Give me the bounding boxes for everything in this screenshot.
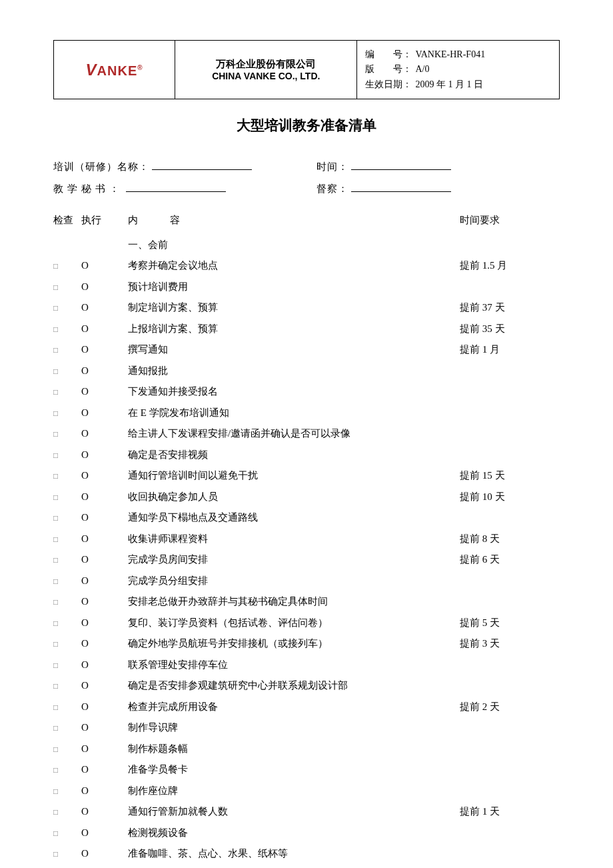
exec-mark: O [81, 277, 115, 298]
effective-value: 2009 年 1 月 1 日 [415, 77, 483, 92]
checkbox-icon[interactable]: □ [53, 657, 81, 674]
checkbox-icon[interactable]: □ [53, 678, 81, 695]
checkbox-icon[interactable]: □ [53, 531, 81, 548]
row-content: 确定是否安排参观建筑研究中心并联系规划设计部 [115, 675, 460, 697]
exec-mark: O [81, 633, 115, 655]
exec-mark: O [81, 487, 115, 508]
check-row: □O通知行管新加就餐人数提前 1 天 [53, 801, 560, 823]
checkbox-icon[interactable]: □ [53, 426, 81, 443]
checklist: □O考察并确定会议地点提前 1.5 月□O预计培训费用□O制定培训方案、预算提前… [53, 255, 560, 865]
check-row: □O完成学员分组安排 [53, 571, 560, 592]
exec-mark: O [81, 255, 115, 277]
checkbox-icon[interactable]: □ [53, 342, 81, 359]
check-row: □O在 E 学院发布培训通知 [53, 403, 560, 424]
check-row: □O下发通知并接受报名 [53, 381, 560, 403]
row-content: 确定外地学员航班号并安排接机（或接列车） [115, 633, 460, 655]
check-row: □O收集讲师课程资料提前 8 天 [53, 529, 560, 550]
checkbox-icon[interactable]: □ [53, 363, 81, 380]
vanke-logo: VANKE® [86, 61, 143, 79]
check-row: □O制定培训方案、预算提前 37 天 [53, 297, 560, 319]
check-row: □O考察并确定会议地点提前 1.5 月 [53, 255, 560, 277]
exec-mark: O [81, 339, 115, 361]
row-time: 提前 37 天 [460, 297, 560, 319]
exec-mark: O [81, 801, 115, 823]
checklist-header: 检查 执行 内容 时间要求 [53, 214, 560, 227]
checkbox-icon[interactable]: □ [53, 489, 81, 506]
row-time: 提前 3 天 [460, 633, 560, 655]
check-row: □O准备咖啡、茶、点心、水果、纸杯等 [53, 843, 560, 865]
checkbox-icon[interactable]: □ [53, 552, 81, 569]
exec-mark: O [81, 675, 115, 697]
exec-mark: O [81, 403, 115, 424]
checkbox-icon[interactable]: □ [53, 573, 81, 590]
row-time: 提前 10 天 [460, 487, 560, 508]
meta-cell: 编 号： VANKE-HR-F041 版 号： A/0 生效日期： 2009 年… [357, 41, 560, 99]
checkbox-icon[interactable]: □ [53, 300, 81, 317]
row-content: 检测视频设备 [115, 823, 460, 844]
checkbox-icon[interactable]: □ [53, 636, 81, 653]
row-content: 上报培训方案、预算 [115, 319, 460, 340]
checkbox-icon[interactable]: □ [53, 468, 81, 485]
checkbox-icon[interactable]: □ [53, 699, 81, 716]
checkbox-icon[interactable]: □ [53, 615, 81, 632]
checkbox-icon[interactable]: □ [53, 720, 81, 737]
exec-mark: O [81, 571, 115, 592]
exec-mark: O [81, 717, 115, 739]
row-content: 通知行管新加就餐人数 [115, 801, 460, 823]
secretary-label: 教学秘书： [53, 183, 123, 195]
checkbox-icon[interactable]: □ [53, 258, 81, 275]
row-content: 完成学员房间安排 [115, 549, 460, 571]
check-row: □O联系管理处安排停车位 [53, 655, 560, 676]
checkbox-icon[interactable]: □ [53, 741, 81, 758]
exec-mark: O [81, 697, 115, 718]
row-content: 确定是否安排视频 [115, 445, 460, 466]
row-content: 在 E 学院发布培训通知 [115, 403, 460, 424]
exec-mark: O [81, 613, 115, 634]
exec-mark: O [81, 823, 115, 844]
row-time: 提前 8 天 [460, 529, 560, 550]
check-row: □O制作座位牌 [53, 781, 560, 802]
checkbox-icon[interactable]: □ [53, 846, 81, 863]
form-fields: 培训（研修）名称： 时间： 教学秘书： 督察： [53, 158, 560, 195]
check-row: □O撰写通知提前 1 月 [53, 339, 560, 361]
exec-mark: O [81, 529, 115, 550]
check-row: □O通知学员下榻地点及交通路线 [53, 507, 560, 529]
row-content: 撰写通知 [115, 339, 460, 361]
exec-mark: O [81, 381, 115, 403]
checkbox-icon[interactable]: □ [53, 447, 81, 464]
checkbox-icon[interactable]: □ [53, 279, 81, 296]
row-time: 提前 1 月 [460, 339, 560, 361]
row-content: 预计培训费用 [115, 277, 460, 298]
row-content: 通知学员下榻地点及交通路线 [115, 507, 460, 529]
checkbox-icon[interactable]: □ [53, 405, 81, 422]
supervise-label: 督察： [316, 183, 348, 195]
check-row: □O确定是否安排参观建筑研究中心并联系规划设计部 [53, 675, 560, 697]
row-content: 准备学员餐卡 [115, 759, 460, 781]
row-content: 通知行管培训时间以避免干扰 [115, 465, 460, 487]
checkbox-icon[interactable]: □ [53, 510, 81, 527]
row-content: 准备咖啡、茶、点心、水果、纸杯等 [115, 843, 460, 865]
doc-no-value: VANKE-HR-F041 [415, 47, 485, 62]
check-row: □O预计培训费用 [53, 277, 560, 298]
row-content: 给主讲人下发课程安排/邀请函并确认是否可以录像 [115, 423, 460, 445]
checkbox-icon[interactable]: □ [53, 384, 81, 401]
checkbox-icon[interactable]: □ [53, 783, 81, 800]
check-row: □O检测视频设备 [53, 823, 560, 844]
checkbox-icon[interactable]: □ [53, 804, 81, 821]
logo-cell: VANKE® [54, 41, 175, 99]
checkbox-icon[interactable]: □ [53, 762, 81, 779]
company-cell: 万科企业股份有限公司 CHINA VANKE CO., LTD. [175, 41, 357, 99]
checkbox-icon[interactable]: □ [53, 321, 81, 338]
col-content-header: 内容 [115, 214, 460, 227]
checkbox-icon[interactable]: □ [53, 594, 81, 611]
row-content: 检查并完成所用设备 [115, 697, 460, 718]
checkbox-icon[interactable]: □ [53, 825, 81, 842]
effective-label: 生效日期： [365, 77, 415, 92]
exec-mark: O [81, 361, 115, 382]
check-row: □O收回执确定参加人员提前 10 天 [53, 487, 560, 508]
check-row: □O给主讲人下发课程安排/邀请函并确认是否可以录像 [53, 423, 560, 445]
training-name-label: 培训（研修）名称： [53, 161, 149, 173]
section-1-title: 一、会前 [115, 239, 560, 251]
check-row: □O复印、装订学员资料（包括试卷、评估问卷）提前 5 天 [53, 613, 560, 634]
exec-mark: O [81, 465, 115, 487]
